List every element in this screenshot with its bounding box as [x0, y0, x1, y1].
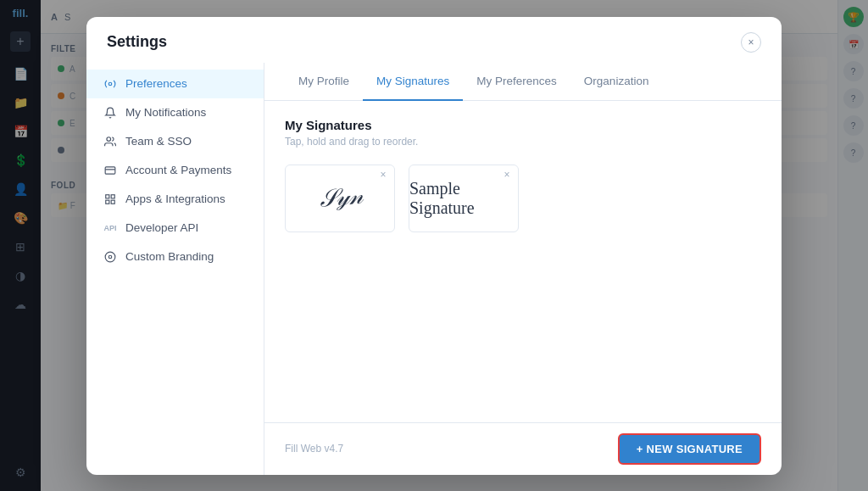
svg-rect-4: [106, 194, 109, 198]
preferences-icon: [103, 77, 117, 91]
team-sso-icon: [103, 135, 117, 148]
tabs-bar: My Profile My Signatures My Preferences …: [264, 63, 782, 101]
custom-branding-icon: [103, 250, 117, 264]
nav-item-developer-api[interactable]: API Developer API: [86, 214, 264, 243]
tab-content: My Signatures Tap, hold and drag to reor…: [264, 101, 782, 422]
notifications-icon: [103, 106, 117, 120]
tab-my-signatures[interactable]: My Signatures: [363, 63, 463, 101]
signatures-section-subtitle: Tap, hold and drag to reorder.: [285, 136, 761, 148]
nav-item-apps-integrations[interactable]: Apps & Integrations: [86, 185, 264, 214]
new-signature-button[interactable]: + NEW SIGNATURE: [618, 433, 761, 465]
svg-point-9: [108, 255, 112, 259]
modal-body: Preferences My Notifications Team & SSO: [86, 63, 782, 475]
signatures-grid: × 𝒮𝓎𝓃 × Sample Signature: [285, 165, 761, 232]
signature-card-2-close[interactable]: ×: [501, 169, 513, 181]
tab-organization[interactable]: Organization: [570, 63, 663, 101]
tab-my-profile[interactable]: My Profile: [285, 63, 363, 101]
developer-api-icon: API: [103, 221, 117, 235]
nav-item-custom-branding[interactable]: Custom Branding: [86, 243, 264, 271]
nav-notifications-label: My Notifications: [125, 106, 206, 119]
nav-item-preferences[interactable]: Preferences: [86, 70, 264, 98]
modal-title: Settings: [107, 33, 167, 51]
modal-footer: Fill Web v4.7 + NEW SIGNATURE: [264, 422, 782, 475]
modal-close-button[interactable]: ×: [741, 32, 761, 53]
signature-2-display: Sample Signature: [409, 179, 518, 218]
nav-item-notifications[interactable]: My Notifications: [86, 98, 264, 127]
signature-card-2[interactable]: × Sample Signature: [409, 165, 519, 232]
signature-card-1-close[interactable]: ×: [377, 169, 389, 181]
signature-card-1[interactable]: × 𝒮𝓎𝓃: [285, 165, 395, 232]
nav-preferences-label: Preferences: [125, 77, 187, 90]
svg-rect-7: [111, 200, 114, 204]
signature-1-display: 𝒮𝓎𝓃: [317, 182, 363, 214]
nav-developer-api-label: Developer API: [125, 221, 198, 234]
svg-rect-2: [105, 166, 115, 173]
svg-point-1: [107, 137, 111, 141]
svg-rect-5: [111, 194, 114, 198]
modal-overlay: Settings × Preferences My Notifications: [0, 0, 868, 491]
signatures-section-title: My Signatures: [285, 118, 761, 132]
modal-header: Settings ×: [86, 17, 782, 63]
nav-apps-integrations-label: Apps & Integrations: [125, 192, 225, 205]
svg-rect-6: [106, 200, 109, 204]
svg-point-0: [108, 82, 112, 86]
nav-item-account-payments[interactable]: Account & Payments: [86, 156, 264, 185]
nav-team-sso-label: Team & SSO: [125, 135, 192, 148]
nav-custom-branding-label: Custom Branding: [125, 250, 214, 263]
svg-point-8: [105, 252, 115, 262]
settings-main: My Profile My Signatures My Preferences …: [264, 63, 782, 475]
version-text: Fill Web v4.7: [285, 443, 343, 455]
nav-item-team-sso[interactable]: Team & SSO: [86, 127, 264, 156]
settings-modal: Settings × Preferences My Notifications: [86, 17, 782, 475]
settings-nav: Preferences My Notifications Team & SSO: [86, 63, 264, 475]
nav-account-payments-label: Account & Payments: [125, 164, 231, 176]
apps-integrations-icon: [103, 192, 117, 206]
account-payments-icon: [103, 164, 117, 177]
tab-my-preferences[interactable]: My Preferences: [463, 63, 570, 101]
